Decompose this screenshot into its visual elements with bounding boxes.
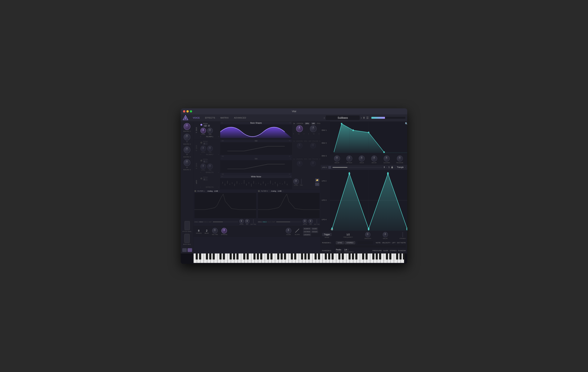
osc1-enable[interactable] [200, 124, 202, 126]
filter2-osc2[interactable]: OSC2 [262, 221, 267, 223]
release-knob[interactable] [397, 155, 403, 161]
osc2-waveform-name[interactable]: Init [255, 140, 257, 142]
slope-display[interactable] [294, 228, 300, 233]
piano-keyboard[interactable] [181, 253, 407, 264]
smp-loop-icon[interactable]: ↔ [315, 183, 319, 186]
lfo-rate-slider[interactable] [333, 167, 382, 168]
osc2-level-knob[interactable] [200, 146, 206, 151]
decay-knob[interactable] [371, 155, 377, 161]
osc3-phase-knob[interactable] [310, 161, 316, 166]
random1-sync-btn[interactable]: SYNC [336, 241, 344, 244]
vel-trk-knob[interactable] [212, 228, 218, 233]
filter1-type[interactable]: Analog · 12dB [207, 190, 218, 192]
lfo-mode-btn[interactable]: Trigger [322, 233, 332, 236]
macro-2-knob[interactable] [184, 134, 190, 141]
osc1-filter[interactable]: FILTER 1 [201, 136, 218, 138]
smp-filter[interactable]: EFFECTS [201, 186, 218, 188]
macro-4-pencil[interactable]: ✏ [187, 167, 188, 168]
osc1-level-knob[interactable] [200, 128, 206, 133]
filter1-drive-knob[interactable] [239, 219, 244, 223]
export-icon[interactable]: ⬆ [363, 116, 365, 119]
osc1-pitch[interactable]: -12 [203, 125, 207, 127]
random2-freq-val[interactable]: 1/4 [344, 249, 347, 251]
scale-btn[interactable]: SCALE [311, 231, 318, 233]
osc1-unison-val[interactable]: 20% [305, 122, 310, 125]
osc2-phase-knob[interactable] [310, 143, 316, 149]
macro-3-knob[interactable] [184, 146, 190, 153]
octave-btn[interactable]: OCTAVE [303, 231, 311, 233]
osc1-pan-knob[interactable] [207, 128, 213, 133]
osc1-unison-pitch[interactable]: 180 [311, 122, 315, 125]
filter1-cutoff-slider[interactable] [213, 222, 238, 222]
glide-btn[interactable]: GLIDE [311, 227, 318, 230]
random1-stereo-btn[interactable]: STEREO [345, 241, 355, 244]
macro-1-knob[interactable] [184, 123, 190, 130]
lfo-rate-num[interactable]: 8 [384, 166, 385, 168]
voices-value[interactable]: 8 [198, 229, 200, 232]
osc3-edit-icon[interactable]: ✏ [289, 173, 290, 175]
mod-wheel[interactable] [184, 234, 190, 243]
filter1-enable[interactable] [194, 190, 196, 192]
filter2-keytrk-slider[interactable] [316, 219, 317, 223]
filter1-keytrk-slider[interactable] [253, 219, 254, 223]
macro-3-pencil[interactable]: ✏ [187, 154, 188, 155]
spread-knob[interactable] [221, 228, 227, 233]
tab-voice[interactable]: VOICE [191, 116, 202, 120]
preset-prev[interactable]: ‹ [324, 116, 325, 119]
tab-advanced[interactable]: ADVANCED [232, 116, 248, 120]
osc3-enable[interactable] [200, 160, 202, 161]
smp-pan-slider[interactable] [301, 179, 302, 184]
filter1-osc2[interactable]: OSC2 [199, 221, 203, 223]
menu-icon[interactable]: ☰ [366, 116, 369, 119]
maximize-button[interactable] [190, 110, 192, 112]
osc1-pitch2[interactable]: 0 [208, 125, 210, 127]
glide-knob[interactable] [286, 228, 291, 233]
osc2-pan-knob[interactable] [207, 146, 213, 151]
osc1-unison-main-knob[interactable] [296, 125, 303, 132]
osc1-unison-voices[interactable]: 1v [293, 122, 295, 124]
smp-waveform-name[interactable]: White Noise [251, 176, 261, 178]
osc3-pitch[interactable]: 0 [203, 160, 208, 163]
macro-2-pencil[interactable]: ✏ [187, 141, 188, 143]
filter2-osc1[interactable]: OSC1 [258, 221, 262, 223]
preset-name[interactable]: Subbass [326, 116, 360, 120]
smp-folder-icon[interactable]: 📁 [315, 179, 319, 182]
random2-style[interactable]: Perlin [336, 249, 341, 251]
osc3-waveform-name[interactable]: Init [255, 158, 257, 160]
osc1-phase-knob[interactable] [310, 125, 317, 132]
osc3-level-knob[interactable] [200, 164, 206, 169]
lfo-stereo-slider[interactable] [402, 232, 403, 237]
filter2-cutoff-slider[interactable] [276, 222, 302, 222]
lfo-delay-knob[interactable] [383, 232, 388, 237]
osc3-unison-knob[interactable] [297, 161, 303, 166]
always-btn[interactable]: ALWAYS [303, 227, 311, 230]
osc2-pitch[interactable]: 0 [203, 142, 208, 145]
piano-view-btn[interactable] [182, 248, 187, 252]
filter2-drive-knob[interactable] [303, 219, 307, 223]
filter2-mix-knob[interactable] [308, 219, 313, 223]
osc2-filter[interactable]: FILTER 2 [201, 154, 218, 155]
delay-knob[interactable] [334, 155, 340, 161]
minimize-button[interactable] [187, 110, 189, 112]
macro-4-knob[interactable] [184, 159, 190, 166]
osc2-unison-knob[interactable] [297, 143, 303, 149]
tab-effects[interactable]: EFFECTS [203, 116, 218, 120]
lfo-rate-den[interactable]: 1 [388, 166, 390, 168]
attack-knob[interactable] [346, 155, 352, 161]
lfo-frequency-val[interactable]: 1/2 [346, 233, 350, 236]
keys-view-btn[interactable] [188, 248, 192, 252]
osc1-waveform-name[interactable]: Basic Shapes [250, 122, 262, 124]
preset-next[interactable]: › [361, 116, 362, 119]
close-button[interactable] [183, 110, 185, 112]
bend-value[interactable]: 2 [206, 229, 207, 232]
osc3-pan-knob[interactable] [207, 164, 213, 169]
filter1-osc1[interactable]: OSC1 [194, 221, 199, 223]
osc3-filter[interactable]: EFFECTS [201, 171, 218, 173]
osc2-edit-icon[interactable]: ✏ [289, 155, 290, 157]
legato-btn[interactable]: LEGATO [303, 233, 311, 236]
lfo-lock-icon[interactable] [391, 166, 393, 169]
smp-level-knob[interactable] [293, 179, 299, 184]
lfo-smooth-knob[interactable] [365, 232, 370, 237]
tab-matrix[interactable]: MATRIX [218, 116, 231, 120]
sustain-knob[interactable] [384, 155, 390, 161]
